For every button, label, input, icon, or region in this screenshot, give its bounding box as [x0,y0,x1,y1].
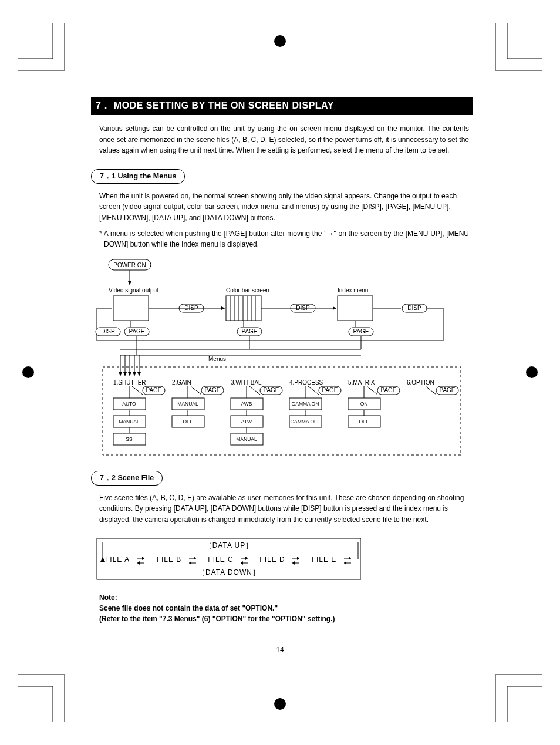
menu-flow-diagram: POWER ON Video signal output Color bar s… [91,258,473,458]
svg-text:5.MATRIX: 5.MATRIX [348,379,375,386]
svg-marker-142 [297,557,299,560]
crop-mark-br [490,669,542,722]
sub1-p1: When the unit is powered on, the normal … [91,191,473,224]
svg-text:PAGE: PAGE [204,387,220,393]
registration-target-bottom [262,686,298,722]
svg-text:FILE B: FILE B [157,555,182,564]
page-number: – 14 – [0,646,560,654]
crop-mark-tr [490,23,542,76]
svg-text:PAGE: PAGE [263,387,279,393]
menus-label: Menus [208,356,226,362]
svg-text:ON: ON [360,401,368,407]
registration-target-top [262,23,298,59]
svg-text:GAMMA ON: GAMMA ON [292,401,319,407]
svg-marker-134 [137,561,140,565]
svg-marker-139 [245,557,248,560]
svg-marker-140 [241,561,243,565]
svg-marker-145 [349,557,351,560]
registration-target-left [11,355,46,390]
svg-text:GAMMA OFF: GAMMA OFF [291,419,321,424]
note-line-1: Scene file does not contain the data of … [99,603,469,613]
note-block: Note: Scene file does not contain the da… [91,592,473,624]
svg-text:PAGE: PAGE [129,328,144,335]
svg-text:PAGE: PAGE [241,328,257,335]
vso-label: Video signal output [109,287,158,294]
crop-mark-bl [18,669,70,722]
svg-text:6.OPTION: 6.OPTION [407,379,434,386]
svg-text:DISP: DISP [101,328,115,335]
svg-text:AWB: AWB [241,401,252,407]
svg-line-120 [367,386,377,395]
svg-line-97 [249,386,260,395]
data-up-label: ［DATA UP］ [205,541,254,550]
svg-line-74 [132,386,143,395]
svg-text:AUTO: AUTO [122,401,136,407]
note-title: Note: [99,592,469,603]
crop-mark-tl [18,23,70,76]
svg-text:SS: SS [126,436,133,442]
svg-text:FILE C: FILE C [208,555,233,564]
subsection-7-1-heading: 7．1 Using the Menus [91,169,185,184]
section-heading: 7． MODE SETTING BY THE ON SCREEN DISPLAY [91,97,473,115]
svg-point-19 [274,698,286,710]
svg-text:FILE A: FILE A [105,555,130,564]
svg-rect-31 [226,296,261,321]
svg-text:3.WHT BAL: 3.WHT BAL [231,379,262,386]
svg-text:FILE D: FILE D [259,555,285,564]
disp-pill-3: DISP [402,304,427,312]
scene-file-diagram: ［DATA UP］ ［DATA DOWN］ FILE AFILE BFILE C… [91,536,361,582]
page-pill-1: PAGE [124,328,149,336]
svg-marker-146 [344,561,346,565]
svg-point-25 [526,366,538,378]
page-pill-3: PAGE [349,328,373,336]
svg-text:4.PROCESS: 4.PROCESS [289,379,323,386]
svg-marker-137 [189,561,191,565]
svg-text:MANUAL: MANUAL [236,436,257,442]
svg-line-87 [191,386,201,395]
registration-target-right [514,355,549,390]
section-title: MODE SETTING BY THE ON SCREEN DISPLAY [114,100,334,110]
svg-line-130 [426,386,436,395]
im-label: Index menu [338,287,368,294]
section-number: 7． [96,100,111,110]
svg-marker-133 [142,557,144,560]
svg-line-110 [308,386,319,395]
sub2-p1: Five scene files (A, B, C, D, E) are ava… [91,493,473,525]
svg-text:PAGE: PAGE [353,328,369,335]
svg-text:ATW: ATW [241,419,252,424]
svg-text:DISP: DISP [407,305,421,311]
svg-marker-143 [292,561,295,565]
sub1-p2: * A menu is selected when pushing the [P… [91,228,473,250]
page-content: 7． MODE SETTING BY THE ON SCREEN DISPLAY… [91,97,473,624]
svg-text:OFF: OFF [183,419,193,424]
svg-text:MANUAL: MANUAL [119,419,140,424]
svg-point-16 [274,35,286,47]
svg-text:PAGE: PAGE [439,387,455,393]
svg-text:PAGE: PAGE [322,387,338,393]
svg-marker-147 [100,557,105,562]
data-down-label: ［DATA DOWN］ [198,568,260,577]
svg-rect-39 [338,296,373,321]
svg-text:1.SHUTTER: 1.SHUTTER [113,379,146,386]
page-pill-2: PAGE [237,328,262,336]
svg-text:2.GAIN: 2.GAIN [172,379,191,386]
svg-text:OFF: OFF [359,419,369,424]
svg-rect-30 [113,296,149,321]
svg-text:MANUAL: MANUAL [177,401,198,407]
svg-point-22 [22,366,34,378]
svg-text:PAGE: PAGE [380,387,396,393]
svg-marker-136 [194,557,196,560]
svg-text:PAGE: PAGE [146,387,161,393]
power-on-label: POWER ON [113,262,146,268]
note-line-2: (Refer to the item "7.3 Menus" (6) "OPTI… [99,613,469,624]
subsection-7-2-heading: 7．2 Scene File [91,471,163,486]
cbs-label: Color bar screen [226,287,269,294]
svg-text:FILE E: FILE E [312,555,337,564]
intro-paragraph: Various settings can be controlled on th… [91,123,473,156]
